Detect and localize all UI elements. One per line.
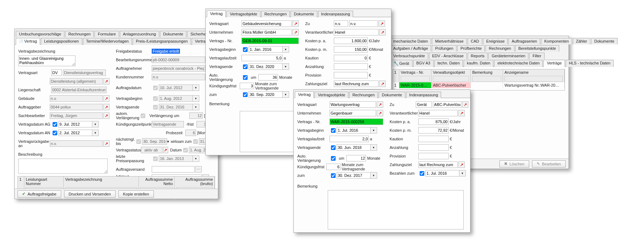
lookup-icon[interactable]: ↗ — [458, 110, 465, 116]
kosten-pa[interactable] — [334, 38, 368, 44]
auftragsfreigabe-button[interactable]: ✔Auftragsfreigabe — [18, 190, 61, 198]
tab-vertr-ge[interactable]: Verträge — [543, 60, 565, 67]
lookup-icon[interactable]: ↗ — [462, 101, 468, 108]
lookup-icon[interactable]: ↗ — [163, 147, 168, 153]
col[interactable]: Auftragssumme (brutto) — [175, 176, 215, 187]
tab-komponenten[interactable]: Komponenten — [541, 38, 572, 44]
kuend-frist[interactable] — [326, 164, 341, 170]
lookup-icon[interactable]: ↗ — [377, 101, 383, 108]
verantwortlicher[interactable] — [334, 29, 379, 35]
tab-cad[interactable]: CAD — [468, 38, 482, 44]
check[interactable] — [243, 64, 248, 69]
kosten-pm[interactable] — [334, 46, 368, 53]
vertragsart[interactable] — [241, 20, 292, 27]
um-monate[interactable] — [258, 74, 278, 81]
laufzeit[interactable] — [241, 55, 283, 61]
tab-rechnungen[interactable]: Rechnungen — [349, 92, 378, 98]
lookup-icon[interactable]: ↗ — [103, 95, 109, 102]
kopie-button[interactable]: Kopie erstellen — [118, 190, 154, 198]
tab-vertrag[interactable]: Vertrag — [295, 91, 314, 98]
tab-hls-technische-daten[interactable]: HLS - technische Daten — [566, 60, 614, 67]
unternehmen[interactable] — [241, 29, 292, 35]
col[interactable]: Vertrags - Nr. — [399, 69, 431, 75]
tab-rechnungen[interactable]: Rechnungen — [65, 31, 94, 37]
vertragsbeginn[interactable] — [337, 127, 371, 134]
autoverl-check[interactable] — [243, 75, 248, 80]
col[interactable]: Leistungsart Nummer — [24, 176, 64, 187]
loeschen-button[interactable]: ✖Löschen — [499, 160, 529, 168]
tab-dokumente[interactable]: Dokumente — [591, 38, 618, 44]
lookup-icon[interactable]: ↗ — [379, 29, 386, 35]
tab-formulare[interactable]: Formulare — [94, 31, 119, 37]
zahlungsziel[interactable] — [418, 161, 458, 168]
an-check[interactable] — [53, 131, 57, 135]
vertragsende[interactable] — [249, 63, 283, 70]
lookup-icon[interactable]: ↗ — [379, 81, 386, 87]
tab-indexanpassung[interactable]: Indexanpassung — [318, 11, 353, 17]
lookup-icon[interactable]: ↗ — [103, 104, 109, 110]
tab-ger-t[interactable]: 🔧Gerät — [390, 60, 413, 67]
check[interactable] — [420, 171, 424, 176]
verantwortlicher[interactable] — [418, 110, 458, 116]
tab-rechnungen[interactable]: Rechnungen — [486, 45, 514, 52]
provision[interactable] — [418, 153, 449, 159]
col[interactable]: Verwaltungsobjekt — [431, 69, 471, 75]
auftragsversand-field[interactable] — [152, 166, 195, 173]
tab-umbuchungsvorschl-ge[interactable]: Umbuchungsvorschläge — [16, 31, 64, 37]
filter[interactable] — [504, 76, 563, 82]
kuend-zum[interactable] — [249, 91, 283, 98]
col[interactable]: Bemerkung — [471, 69, 503, 75]
ag-check[interactable] — [53, 122, 57, 127]
tab-reports[interactable]: Reports — [468, 53, 488, 59]
zu-select[interactable] — [416, 101, 432, 108]
filter[interactable] — [433, 76, 469, 82]
bearbeiten-button[interactable]: ✎Bearbeiten — [532, 160, 566, 168]
anzahlung[interactable] — [334, 63, 368, 70]
bemerkung-text[interactable] — [328, 190, 464, 229]
check[interactable] — [243, 47, 248, 52]
vertragsdatum-an[interactable] — [58, 130, 92, 136]
lookup-icon[interactable]: ↗ — [377, 110, 383, 116]
lookup-icon[interactable]: ↗ — [379, 20, 385, 27]
tab-bereitstellungspunkte[interactable]: Bereitstellungspunkte — [515, 45, 559, 52]
col[interactable]: 1 — [18, 176, 24, 187]
tab-filter[interactable]: Filter — [529, 53, 544, 59]
datepicker-icon[interactable]: ▾ — [283, 46, 289, 53]
tab-vertragsobjekte[interactable]: Vertragsobjekte — [314, 92, 348, 98]
tab-vertrag[interactable]: 📄 Vertrag — [16, 38, 40, 45]
lookup-icon[interactable]: ↗ — [103, 140, 109, 147]
tab-bgv-a3[interactable]: BGV A3 — [413, 60, 434, 67]
tab-preis-leistungsanpassungen[interactable]: Preis-/Leistungsanpassungen — [133, 38, 191, 45]
zu-select[interactable] — [334, 20, 348, 27]
vertragsbezeichnung-text[interactable] — [18, 55, 75, 66]
datepicker-icon[interactable]: ▾ — [92, 130, 99, 136]
tab-ger-teterminserien[interactable]: Geräteterminserien — [488, 53, 528, 59]
check[interactable] — [243, 92, 248, 97]
vertragsart-code[interactable] — [51, 69, 62, 76]
tab-edv-anschl-sse[interactable]: EDV - Anschlüsse — [429, 53, 467, 59]
table-row[interactable]: 1 WAR-2015-0… ABC-Pulverlöscher Wartungs… — [393, 82, 565, 88]
lookup-icon[interactable]: ↗ — [103, 112, 109, 119]
kosten-pa[interactable] — [418, 118, 449, 125]
check[interactable] — [331, 128, 336, 133]
tab-indexanpassung[interactable]: Indexanpassung — [406, 92, 441, 98]
datepicker-icon[interactable]: ▾ — [371, 127, 377, 134]
kaution[interactable] — [334, 55, 368, 61]
tab-vertragsobjekte[interactable]: Vertragsobjekte — [226, 11, 260, 17]
tab-auftragsserien[interactable]: Auftragsserien — [508, 38, 540, 44]
datepicker-icon[interactable]: ▾ — [459, 170, 466, 176]
tab-z-hler[interactable]: Zähler — [573, 38, 590, 44]
zu-value[interactable] — [433, 101, 462, 108]
kaution[interactable] — [418, 136, 449, 142]
tab-anlagenzuordnung[interactable]: Anlagenzuordnung — [120, 31, 159, 37]
anzahlung[interactable] — [418, 144, 449, 151]
tab-dokumente[interactable]: Dokumente — [291, 11, 317, 17]
kuend-zum[interactable] — [337, 172, 371, 179]
col[interactable]: Anzeigename — [503, 69, 565, 75]
datepicker-icon[interactable]: ▾ — [283, 63, 289, 70]
lookup-icon[interactable]: ↗ — [103, 78, 109, 84]
tab-techn-daten[interactable]: techn. Daten — [434, 60, 463, 67]
vertragsdatum-ag[interactable] — [58, 121, 92, 127]
tab-leistungspositionen[interactable]: Leistungspositionen — [41, 38, 82, 45]
tab-verbrauchspunkte[interactable]: Verbrauchspunkte — [390, 53, 428, 59]
